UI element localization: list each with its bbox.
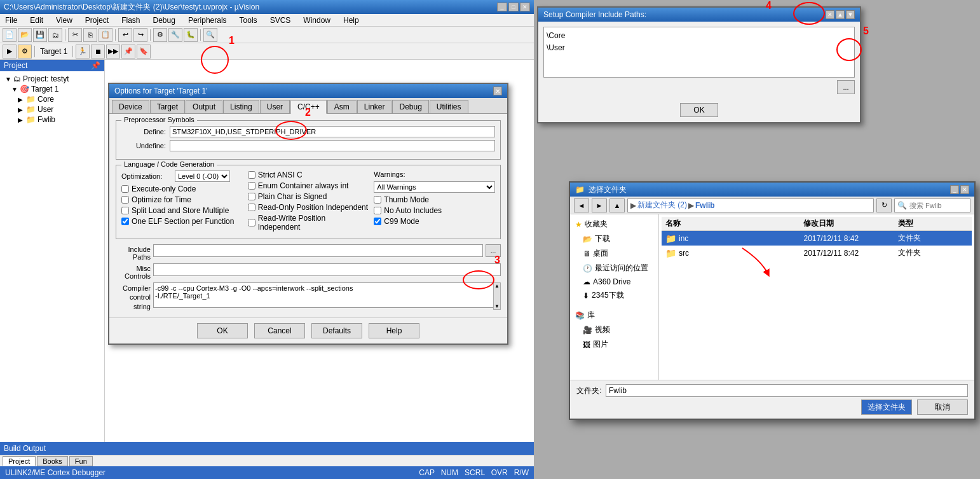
cut-btn[interactable]: ✂ bbox=[68, 28, 82, 42]
tab-asm[interactable]: Asm bbox=[327, 100, 357, 113]
tb2-options-btn[interactable]: ⚙ bbox=[18, 45, 32, 59]
tb2-btn6[interactable]: 📌 bbox=[121, 45, 135, 59]
strict-ansi-checkbox[interactable] bbox=[248, 171, 255, 179]
nav-library[interactable]: 📚 库 bbox=[573, 308, 656, 323]
optimize-time-checkbox[interactable] bbox=[121, 196, 129, 204]
tb2-btn1[interactable]: ▶ bbox=[3, 45, 17, 59]
scroll-down[interactable]: ▼ bbox=[494, 303, 500, 309]
tree-fwlib[interactable]: ▶ 📁 Fwlib bbox=[0, 115, 104, 125]
nav-videos[interactable]: 🎥 视频 bbox=[573, 323, 656, 337]
read-write-checkbox[interactable] bbox=[248, 219, 255, 226]
split-load-checkbox[interactable] bbox=[121, 207, 129, 214]
tb2-btn4[interactable]: ⏹ bbox=[91, 45, 105, 59]
build-btn[interactable]: ⚙ bbox=[153, 28, 167, 42]
tb2-btn7[interactable]: 🔖 bbox=[137, 45, 151, 59]
include-paths-input[interactable] bbox=[153, 244, 483, 257]
include-dialog-up-btn[interactable]: ▲ bbox=[836, 10, 845, 19]
tab-fun[interactable]: Fun bbox=[69, 456, 93, 466]
tree-core[interactable]: ▶ 📁 Core bbox=[0, 94, 104, 104]
include-dialog-down-btn[interactable]: ▼ bbox=[846, 10, 855, 19]
build-all-btn[interactable]: 🔧 bbox=[168, 28, 182, 42]
menu-svcs[interactable]: SVCS bbox=[268, 15, 294, 25]
tab-books[interactable]: Books bbox=[37, 456, 68, 466]
nav-favorites[interactable]: ★ 收藏夹 bbox=[573, 217, 656, 232]
warnings-select[interactable]: All Warnings bbox=[374, 181, 495, 193]
menu-flash[interactable]: Flash bbox=[119, 15, 142, 25]
nav-pictures[interactable]: 🖼 图片 bbox=[573, 337, 656, 352]
one-elf-checkbox[interactable] bbox=[121, 218, 129, 225]
include-browse-btn[interactable]: ... bbox=[486, 244, 501, 257]
help-button[interactable]: Help bbox=[369, 323, 419, 338]
tab-utilities[interactable]: Utilities bbox=[430, 100, 468, 113]
paste-btn[interactable]: 📋 bbox=[99, 28, 112, 42]
menu-view[interactable]: View bbox=[53, 15, 75, 25]
include-dialog-close-btn[interactable]: ✕ bbox=[826, 10, 834, 19]
misc-controls-input[interactable] bbox=[153, 263, 501, 276]
file-dialog-close-btn[interactable]: ✕ bbox=[960, 185, 969, 194]
ok-button[interactable]: OK bbox=[197, 323, 248, 338]
c99-mode-checkbox[interactable] bbox=[374, 218, 381, 225]
no-auto-includes-checkbox[interactable] bbox=[374, 207, 381, 214]
tab-user[interactable]: User bbox=[260, 100, 290, 113]
nav-desktop[interactable]: 🖥 桌面 bbox=[573, 246, 656, 261]
save-all-btn[interactable]: 🗂 bbox=[48, 28, 62, 42]
undefine-input[interactable] bbox=[170, 140, 495, 151]
read-only-checkbox[interactable] bbox=[248, 204, 255, 211]
ide-maximize-btn[interactable]: □ bbox=[508, 3, 519, 11]
menu-project[interactable]: Project bbox=[83, 15, 111, 25]
expand-core[interactable]: ▶ bbox=[18, 96, 24, 103]
compiler-control-input[interactable]: -c99 -c --cpu Cortex-M3 -g -O0 --apcs=in… bbox=[153, 282, 501, 308]
fd-back-btn[interactable]: ◄ bbox=[574, 198, 589, 212]
expand-user[interactable]: ▶ bbox=[18, 106, 24, 113]
tab-cpp[interactable]: C/C++ bbox=[290, 100, 327, 114]
ide-minimize-btn[interactable]: _ bbox=[497, 3, 507, 11]
cancel-folder-btn[interactable]: 取消 bbox=[917, 399, 968, 415]
optimization-select[interactable]: Level 0 (-O0) bbox=[175, 170, 230, 182]
tb2-btn3[interactable]: 🏃 bbox=[76, 45, 90, 59]
tree-project[interactable]: ▼ 🗂 Project: testyt bbox=[0, 74, 104, 84]
fd-path-new[interactable]: 新建文件夹 (2) bbox=[637, 200, 687, 211]
file-row-src[interactable]: 📁 src 2017/12/11 8:42 文件夹 bbox=[662, 246, 972, 260]
menu-debug[interactable]: Debug bbox=[151, 15, 178, 25]
save-btn[interactable]: 💾 bbox=[33, 28, 47, 42]
tree-target1[interactable]: ▼ 🎯 Target 1 bbox=[0, 84, 104, 94]
include-ok-btn[interactable]: OK bbox=[680, 103, 718, 117]
menu-help[interactable]: Help bbox=[341, 15, 362, 25]
scroll-up[interactable]: ▲ bbox=[494, 283, 500, 289]
fd-search-input[interactable] bbox=[909, 202, 960, 209]
enum-container-checkbox[interactable] bbox=[248, 182, 255, 190]
fd-refresh-btn[interactable]: ↻ bbox=[876, 198, 892, 212]
menu-tools[interactable]: Tools bbox=[237, 15, 260, 25]
nav-a360[interactable]: ☁ A360 Drive bbox=[573, 275, 656, 288]
fd-forward-btn[interactable]: ► bbox=[592, 198, 607, 212]
include-path-browse-btn[interactable]: ... bbox=[837, 80, 855, 94]
tab-debug[interactable]: Debug bbox=[392, 100, 428, 113]
tab-listing[interactable]: Listing bbox=[223, 100, 259, 113]
tree-user[interactable]: ▶ 📁 User bbox=[0, 104, 104, 115]
file-row-inc[interactable]: 📁 inc 2017/12/11 8:42 文件夹 bbox=[662, 231, 972, 246]
nav-recent[interactable]: 🕐 最近访问的位置 bbox=[573, 261, 656, 275]
new-file-btn[interactable]: 📄 bbox=[3, 28, 17, 42]
tab-linker[interactable]: Linker bbox=[357, 100, 392, 113]
tab-device[interactable]: Device bbox=[112, 100, 149, 113]
tab-output[interactable]: Output bbox=[186, 100, 222, 113]
select-folder-btn[interactable]: 选择文件夹 bbox=[861, 399, 912, 415]
cancel-button[interactable]: Cancel bbox=[254, 323, 305, 338]
options-close-btn[interactable]: ✕ bbox=[493, 87, 502, 95]
menu-edit[interactable]: Edit bbox=[27, 15, 46, 25]
open-btn[interactable]: 📂 bbox=[18, 28, 32, 42]
debug-btn[interactable]: 🐛 bbox=[184, 28, 198, 42]
fd-up-btn[interactable]: ▲ bbox=[609, 198, 625, 212]
file-dialog-minimize-btn[interactable]: _ bbox=[950, 185, 959, 194]
tab-project[interactable]: Project bbox=[3, 456, 36, 466]
copy-btn[interactable]: ⎘ bbox=[83, 28, 97, 42]
thumb-mode-checkbox[interactable] bbox=[374, 196, 381, 204]
expand-target1[interactable]: ▼ bbox=[11, 86, 18, 93]
menu-file[interactable]: File bbox=[3, 15, 20, 25]
execute-only-checkbox[interactable] bbox=[121, 185, 129, 193]
fd-folder-input[interactable] bbox=[606, 384, 968, 397]
project-panel-pin[interactable]: 📌 bbox=[91, 61, 100, 70]
nav-downloads[interactable]: 📂 下载 bbox=[573, 232, 656, 246]
expand-project[interactable]: ▼ bbox=[5, 76, 11, 83]
tab-target[interactable]: Target bbox=[150, 100, 185, 113]
